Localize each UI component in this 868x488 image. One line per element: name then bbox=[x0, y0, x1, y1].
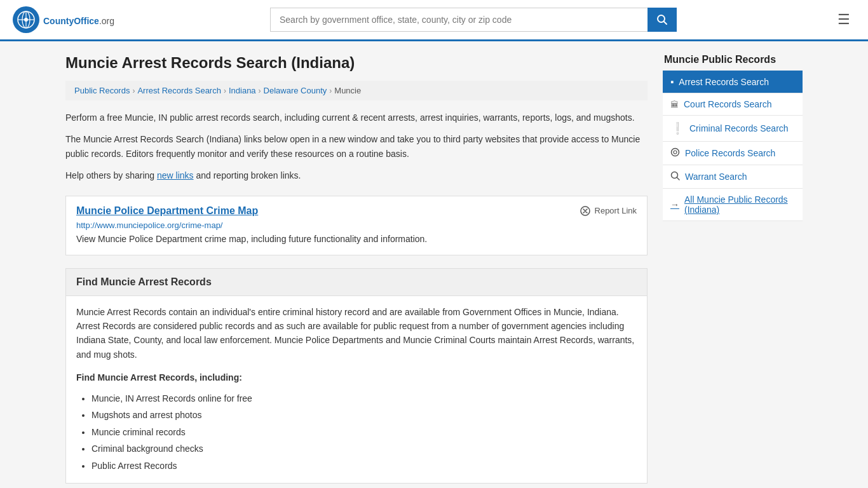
logo-icon bbox=[13, 6, 39, 33]
sidebar-item-label: Court Records Search bbox=[684, 99, 772, 109]
sidebar-item-label: Criminal Records Search bbox=[689, 123, 789, 133]
arrow-icon: → bbox=[670, 200, 679, 210]
find-section-header: Find Muncie Arrest Records bbox=[66, 269, 647, 296]
resource-header: Muncie Police Department Crime Map Repor… bbox=[76, 205, 637, 217]
resource-card: Muncie Police Department Crime Map Repor… bbox=[65, 196, 648, 255]
breadcrumb-indiana[interactable]: Indiana bbox=[229, 86, 256, 95]
logo-area: CountyOffice.org bbox=[13, 6, 114, 33]
svg-point-4 bbox=[24, 18, 28, 22]
sidebar-item-warrant-search[interactable]: Warrant Search bbox=[663, 165, 803, 189]
find-section-subheading: Find Muncie Arrest Records, including: bbox=[76, 370, 637, 384]
logo-text: CountyOffice.org bbox=[43, 13, 114, 27]
find-section-body-text: Muncie Arrest Records contain an individ… bbox=[76, 305, 637, 362]
intro-paragraph-3: Help others by sharing new links and rep… bbox=[65, 168, 648, 182]
sidebar-item-arrest-records[interactable]: ▪ Arrest Records Search bbox=[663, 71, 803, 93]
sidebar-item-criminal-records[interactable]: ❕ Criminal Records Search bbox=[663, 116, 803, 142]
police-records-icon bbox=[670, 147, 680, 159]
search-bar bbox=[270, 8, 677, 32]
breadcrumb-muncie: Muncie bbox=[334, 86, 361, 95]
svg-line-6 bbox=[664, 22, 667, 25]
sidebar-item-police-records[interactable]: Police Records Search bbox=[663, 142, 803, 165]
breadcrumb-arrest-records-search[interactable]: Arrest Records Search bbox=[137, 86, 221, 95]
search-button[interactable] bbox=[648, 8, 677, 32]
sidebar-item-label: Arrest Records Search bbox=[679, 77, 769, 87]
search-icon bbox=[656, 14, 668, 25]
find-section-list: Muncie, IN Arrest Records online for fre… bbox=[92, 390, 637, 475]
list-item: Mugshots and arrest photos bbox=[92, 407, 637, 424]
resource-title[interactable]: Muncie Police Department Crime Map bbox=[76, 205, 258, 217]
svg-line-11 bbox=[677, 177, 679, 180]
content-area: Muncie Arrest Records Search (Indiana) P… bbox=[65, 54, 648, 484]
svg-point-8 bbox=[672, 149, 679, 156]
new-links-link[interactable]: new links bbox=[157, 170, 194, 180]
find-section-body: Muncie Arrest Records contain an individ… bbox=[66, 296, 647, 484]
resource-description: View Muncie Police Department crime map,… bbox=[76, 233, 637, 246]
page-title: Muncie Arrest Records Search (Indiana) bbox=[65, 54, 648, 72]
list-item: Public Arrest Records bbox=[92, 458, 637, 475]
list-item: Muncie criminal records bbox=[92, 424, 637, 441]
main-container: Muncie Arrest Records Search (Indiana) P… bbox=[53, 41, 815, 488]
find-section: Find Muncie Arrest Records Muncie Arrest… bbox=[65, 268, 648, 484]
search-input[interactable] bbox=[270, 8, 648, 32]
header-right: ☰ bbox=[832, 9, 855, 30]
report-link-button[interactable]: Report Link bbox=[580, 205, 637, 217]
list-item: Criminal background checks bbox=[92, 440, 637, 458]
intro-paragraph-1: Perform a free Muncie, IN public arrest … bbox=[65, 111, 648, 125]
breadcrumb-public-records[interactable]: Public Records bbox=[74, 86, 130, 95]
warrant-search-icon bbox=[670, 171, 680, 182]
breadcrumb: Public Records › Arrest Records Search ›… bbox=[65, 81, 648, 100]
site-header: CountyOffice.org ☰ bbox=[0, 0, 868, 41]
resource-url[interactable]: http://www.munciepolice.org/crime-map/ bbox=[76, 220, 637, 230]
sidebar-title: Muncie Public Records bbox=[663, 54, 803, 65]
criminal-records-icon: ❕ bbox=[670, 121, 684, 135]
svg-point-9 bbox=[674, 151, 677, 154]
sidebar-item-court-records[interactable]: 🏛 Court Records Search bbox=[663, 93, 803, 116]
sidebar: Muncie Public Records ▪ Arrest Records S… bbox=[663, 54, 803, 484]
intro-paragraph-2: The Muncie Arrest Records Search (Indian… bbox=[65, 132, 648, 161]
arrest-records-icon: ▪ bbox=[670, 76, 674, 87]
court-records-icon: 🏛 bbox=[670, 100, 679, 109]
breadcrumb-delaware-county[interactable]: Delaware County bbox=[264, 86, 327, 95]
report-link-icon bbox=[580, 205, 591, 217]
list-item: Muncie, IN Arrest Records online for fre… bbox=[92, 390, 637, 407]
sidebar-all-records-label: All Muncie Public Records (Indiana) bbox=[684, 194, 795, 215]
sidebar-all-records-link[interactable]: → All Muncie Public Records (Indiana) bbox=[663, 189, 803, 221]
sidebar-item-label: Police Records Search bbox=[685, 148, 775, 158]
sidebar-item-label: Warrant Search bbox=[685, 172, 747, 182]
hamburger-button[interactable]: ☰ bbox=[832, 9, 855, 30]
